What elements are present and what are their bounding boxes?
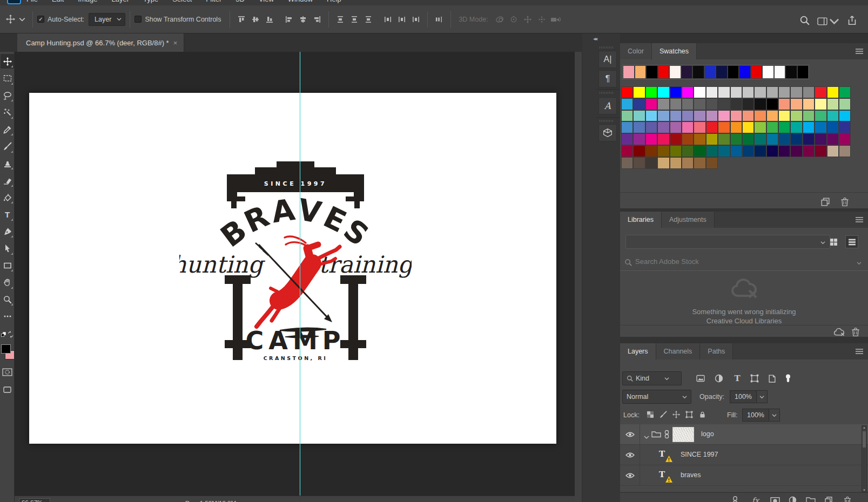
- layer-name[interactable]: braves: [681, 471, 701, 479]
- swatch[interactable]: [657, 157, 669, 169]
- magic-wand-tool[interactable]: [1, 105, 14, 120]
- chevron-down-icon[interactable]: [857, 261, 862, 266]
- swatch[interactable]: [706, 110, 718, 122]
- swatch[interactable]: [827, 86, 839, 98]
- swap-colors-icon[interactable]: [7, 331, 14, 338]
- swatch[interactable]: [633, 157, 645, 169]
- swatch[interactable]: [621, 98, 633, 110]
- swatch[interactable]: [682, 121, 694, 133]
- default-colors-icon[interactable]: [1, 332, 6, 337]
- rectangle-tool[interactable]: [1, 258, 14, 273]
- swatch[interactable]: [815, 86, 826, 98]
- distribute-left-edges-button[interactable]: [381, 13, 395, 25]
- swatch[interactable]: [706, 98, 718, 110]
- swatch[interactable]: [778, 98, 790, 110]
- layers-scrollbar[interactable]: ▲ ▼: [862, 425, 867, 492]
- swatch[interactable]: [839, 86, 851, 98]
- swatch[interactable]: [694, 98, 705, 110]
- panel-tab-libraries[interactable]: Libraries: [620, 212, 662, 228]
- swatch[interactable]: [742, 110, 754, 122]
- grid-view-icon[interactable]: [827, 235, 840, 248]
- opacity-field[interactable]: 100%: [730, 390, 768, 403]
- share-icon[interactable]: [847, 15, 857, 28]
- layer-filter-dropdown[interactable]: Kind: [622, 371, 682, 385]
- layer-name[interactable]: SINCE 1997: [681, 451, 718, 458]
- swatch[interactable]: [670, 110, 682, 122]
- swatch[interactable]: [815, 145, 826, 157]
- swatch[interactable]: [682, 157, 694, 169]
- swatch[interactable]: [645, 157, 657, 169]
- lock-image-pixels-icon[interactable]: [658, 409, 669, 420]
- swatch[interactable]: [682, 98, 694, 110]
- layer-style-icon[interactable]: fx: [752, 496, 763, 502]
- swatch[interactable]: [694, 133, 705, 145]
- swatch[interactable]: [718, 98, 730, 110]
- swatch[interactable]: [633, 145, 645, 157]
- auto-select-checkbox[interactable]: ✓: [37, 16, 44, 23]
- swatch[interactable]: [766, 98, 778, 110]
- hand-tool[interactable]: [1, 275, 14, 290]
- 3d-slide-icon[interactable]: [535, 13, 549, 25]
- recent-swatch[interactable]: [739, 65, 751, 79]
- recent-swatch[interactable]: [635, 65, 647, 79]
- swatch[interactable]: [803, 98, 815, 110]
- align-left-edges-button[interactable]: [282, 13, 296, 25]
- swatch[interactable]: [706, 157, 718, 169]
- distribute-bottom-edges-button[interactable]: [361, 13, 375, 25]
- swatch[interactable]: [766, 110, 778, 122]
- swatch[interactable]: [718, 110, 730, 122]
- swatch[interactable]: [730, 121, 742, 133]
- swatch[interactable]: [621, 110, 633, 122]
- swatch[interactable]: [682, 86, 694, 98]
- document-page[interactable]: SINCE 1997 BRAVES hunting training: [29, 93, 556, 444]
- swatch[interactable]: [657, 133, 669, 145]
- swatch[interactable]: [670, 86, 682, 98]
- recent-swatch[interactable]: [646, 65, 658, 79]
- panel-tab-adjustments[interactable]: Adjustments: [662, 212, 715, 228]
- swatch[interactable]: [742, 133, 754, 145]
- pen-tool[interactable]: [1, 224, 14, 239]
- distribute-spacing-button[interactable]: [432, 13, 446, 25]
- lock-transparent-pixels-icon[interactable]: [645, 409, 656, 420]
- filter-pixel-layers-icon[interactable]: [695, 372, 706, 384]
- swatch[interactable]: [670, 133, 682, 145]
- menu-3d[interactable]: 3D: [228, 0, 252, 3]
- swatch[interactable]: [754, 110, 766, 122]
- new-layer-icon[interactable]: [824, 496, 835, 502]
- delete-swatch-icon[interactable]: [840, 197, 850, 207]
- recent-swatch[interactable]: [751, 65, 763, 79]
- swatch[interactable]: [742, 86, 754, 98]
- swatch[interactable]: [694, 157, 705, 169]
- paint-bucket-tool[interactable]: [1, 190, 14, 205]
- tab-close-icon[interactable]: ×: [173, 39, 178, 47]
- menu-window[interactable]: Window: [281, 0, 320, 3]
- menu-view[interactable]: View: [252, 0, 281, 3]
- swatch[interactable]: [694, 86, 705, 98]
- swatch[interactable]: [827, 98, 839, 110]
- layer-visibility-toggle[interactable]: [620, 424, 640, 445]
- swatch[interactable]: [827, 133, 839, 145]
- swatch[interactable]: [645, 98, 657, 110]
- layer-row[interactable]: logo: [620, 424, 868, 445]
- panel-tab-channels[interactable]: Channels: [656, 343, 701, 359]
- swatch[interactable]: [706, 145, 718, 157]
- document-tab[interactable]: Camp Hunting.psd @ 66.7% (deer, RGB/8#) …: [17, 33, 184, 52]
- swatch[interactable]: [718, 133, 730, 145]
- new-group-icon[interactable]: [806, 496, 817, 502]
- swatch[interactable]: [633, 121, 645, 133]
- layer-filtering-toggle[interactable]: [782, 372, 794, 384]
- swatch[interactable]: [657, 110, 669, 122]
- foreground-color-swatch[interactable]: [1, 344, 11, 354]
- swatch[interactable]: [803, 110, 815, 122]
- swatch[interactable]: [754, 121, 766, 133]
- swatch[interactable]: [670, 121, 682, 133]
- workspace-switcher-icon[interactable]: [817, 16, 839, 26]
- distribute-horizontal-centers-button[interactable]: [395, 13, 409, 25]
- swatch[interactable]: [815, 121, 826, 133]
- recent-swatch[interactable]: [669, 65, 681, 79]
- swatch[interactable]: [730, 110, 742, 122]
- new-adjustment-layer-icon[interactable]: [789, 496, 799, 502]
- zoom-tool[interactable]: [1, 292, 14, 307]
- swatch[interactable]: [790, 121, 802, 133]
- swatch[interactable]: [682, 133, 694, 145]
